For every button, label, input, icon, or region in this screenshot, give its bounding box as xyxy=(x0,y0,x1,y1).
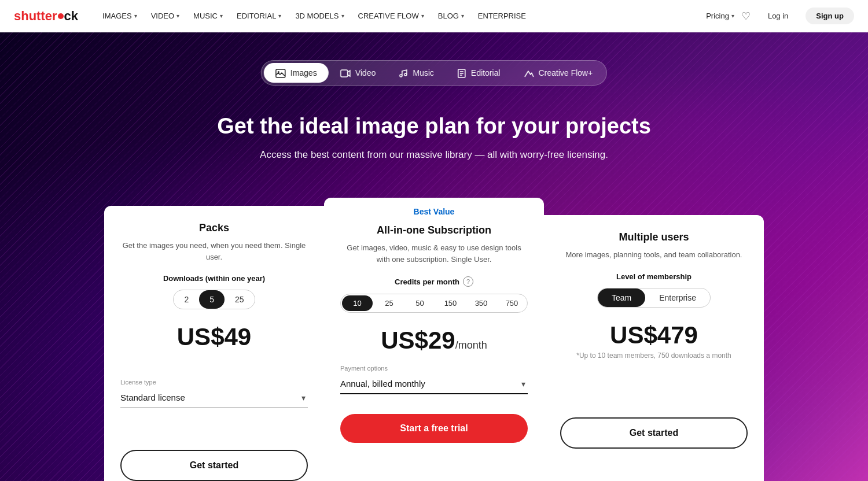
nav-editorial-arrow: ▾ xyxy=(278,13,281,19)
nav-editorial[interactable]: EDITORIAL ▾ xyxy=(231,8,287,24)
hero-title: Get the ideal image plan for your projec… xyxy=(203,113,665,140)
payment-label: Payment options xyxy=(340,365,528,372)
membership-toggle: Team Enterprise xyxy=(597,288,711,308)
packs-price: US$49 xyxy=(120,323,308,351)
downloads-5[interactable]: 5 xyxy=(199,290,225,309)
subscription-cta-button[interactable]: Start a free trial xyxy=(340,414,528,443)
teams-price-note: *Up to 10 team members, 750 downloads a … xyxy=(560,352,748,360)
editorial-icon xyxy=(457,68,466,78)
payment-select-wrapper: Annual, billed monthly Monthly ▾ xyxy=(340,374,528,394)
pricing-link[interactable]: Pricing ▾ xyxy=(706,12,734,20)
hero-text: Get the ideal image plan for your projec… xyxy=(203,113,665,161)
teams-title: Multiple users xyxy=(560,231,748,243)
credit-50[interactable]: 50 xyxy=(404,294,435,312)
teams-card: Multiple users More images, planning too… xyxy=(544,215,764,481)
downloads-25[interactable]: 25 xyxy=(225,290,255,309)
nav-images[interactable]: IMAGES ▾ xyxy=(97,8,143,24)
nav-creative-flow-arrow: ▾ xyxy=(421,13,424,19)
creativeflow-icon xyxy=(523,68,534,78)
nav-creative-flow[interactable]: CREATIVE FLOW ▾ xyxy=(352,8,430,24)
nav-music[interactable]: MUSIC ▾ xyxy=(187,8,229,24)
enterprise-option[interactable]: Enterprise xyxy=(645,288,710,307)
nav-blog[interactable]: BLOG ▾ xyxy=(432,8,470,24)
nav-blog-arrow: ▾ xyxy=(461,13,464,19)
credits-label: Credits per month xyxy=(395,278,459,286)
filter-tab-music[interactable]: Music xyxy=(387,63,446,83)
nav-video-arrow: ▾ xyxy=(176,13,179,19)
team-option[interactable]: Team xyxy=(598,288,645,307)
nav-images-arrow: ▾ xyxy=(134,13,137,19)
logo-shutter: shutter xyxy=(14,9,57,23)
login-button[interactable]: Log in xyxy=(757,8,799,24)
filter-tabs: Images Video Music xyxy=(261,60,607,86)
subscription-card: Best Value All-in-one Subscription Get i… xyxy=(324,198,544,481)
wishlist-icon[interactable]: ♡ xyxy=(741,10,751,23)
membership-label: Level of membership xyxy=(560,272,748,281)
credit-150[interactable]: 150 xyxy=(435,294,466,312)
svg-point-4 xyxy=(404,73,407,76)
license-select[interactable]: Standard license Enhanced license xyxy=(120,388,308,407)
logo-dot xyxy=(58,13,64,19)
images-icon xyxy=(275,68,286,78)
svg-rect-2 xyxy=(341,70,348,77)
payment-select[interactable]: Annual, billed monthly Monthly xyxy=(340,374,528,393)
svg-point-3 xyxy=(400,75,402,77)
teams-price: US$479 xyxy=(560,321,748,349)
credit-25[interactable]: 25 xyxy=(374,294,404,312)
license-select-wrapper: Standard license Enhanced license ▾ xyxy=(120,388,308,408)
credits-toggle: 10 25 50 150 350 750 xyxy=(340,294,528,313)
subscription-desc: Get images, video, music & easy to use d… xyxy=(340,242,528,265)
packs-title: Packs xyxy=(120,222,308,234)
filter-tab-images[interactable]: Images xyxy=(264,63,329,83)
downloads-2[interactable]: 2 xyxy=(174,290,199,309)
subscription-price: US$29/month xyxy=(340,327,528,354)
license-label: License type xyxy=(120,379,308,386)
nav-3dmodels[interactable]: 3D MODELS ▾ xyxy=(289,8,350,24)
credits-label-row: Credits per month ? xyxy=(340,276,528,287)
downloads-toggle: 2 5 25 xyxy=(173,290,255,309)
music-icon xyxy=(399,68,408,78)
hero-subtitle: Access the best content from our massive… xyxy=(203,149,665,161)
credit-750[interactable]: 750 xyxy=(496,294,527,312)
signup-button[interactable]: Sign up xyxy=(806,8,854,24)
nav-video[interactable]: VIDEO ▾ xyxy=(145,8,185,24)
teams-desc: More images, planning tools, and team co… xyxy=(560,249,748,261)
pricing-cards: Packs Get the images you need, when you … xyxy=(104,198,764,481)
logo[interactable]: shutterck xyxy=(14,9,78,24)
logo-stock: ck xyxy=(64,9,78,23)
filter-tab-editorial[interactable]: Editorial xyxy=(446,63,512,83)
packs-cta-button[interactable]: Get started xyxy=(120,450,308,481)
packs-desc: Get the images you need, when you need t… xyxy=(120,240,308,262)
main-nav: IMAGES ▾ VIDEO ▾ MUSIC ▾ EDITORIAL ▾ 3D … xyxy=(97,8,706,24)
filter-tab-video[interactable]: Video xyxy=(329,63,388,83)
credits-help-icon[interactable]: ? xyxy=(463,276,473,287)
teams-cta-button[interactable]: Get started xyxy=(560,417,748,449)
header-right: Pricing ▾ ♡ Log in Sign up xyxy=(706,8,854,24)
video-icon xyxy=(340,68,351,78)
hero-section: Images Video Music xyxy=(0,32,868,481)
subscription-title: All-in-one Subscription xyxy=(340,224,528,236)
credit-10[interactable]: 10 xyxy=(342,295,373,311)
downloads-label: Downloads (within one year) xyxy=(120,274,308,283)
nav-music-arrow: ▾ xyxy=(220,13,223,19)
credit-350[interactable]: 350 xyxy=(466,294,496,312)
pricing-arrow: ▾ xyxy=(731,13,734,19)
nav-enterprise[interactable]: ENTERPRISE xyxy=(472,8,532,24)
nav-3dmodels-arrow: ▾ xyxy=(341,13,344,19)
packs-card: Packs Get the images you need, when you … xyxy=(104,206,324,481)
best-value-badge: Best Value xyxy=(340,207,528,216)
filter-tab-creativeflow[interactable]: Creative Flow+ xyxy=(512,63,604,83)
header: shutterck IMAGES ▾ VIDEO ▾ MUSIC ▾ EDITO… xyxy=(0,0,868,32)
